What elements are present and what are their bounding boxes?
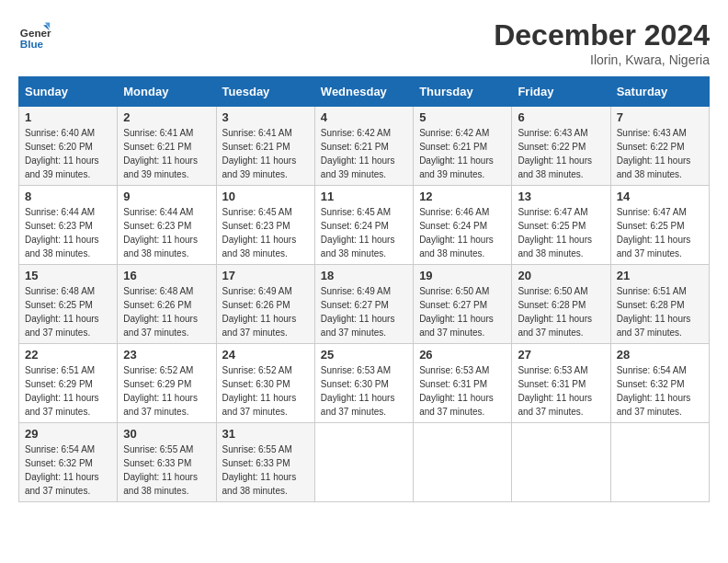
day-info: Sunrise: 6:48 AMSunset: 6:25 PMDaylight:… (25, 286, 99, 338)
calendar-week-row: 22 Sunrise: 6:51 AMSunset: 6:29 PMDaylig… (19, 344, 710, 423)
svg-text:Blue: Blue (20, 38, 44, 50)
day-number: 7 (617, 110, 703, 124)
calendar-cell: 9 Sunrise: 6:44 AMSunset: 6:23 PMDayligh… (118, 186, 216, 265)
day-number: 18 (321, 269, 407, 282)
day-info: Sunrise: 6:45 AMSunset: 6:23 PMDaylight:… (222, 207, 297, 259)
calendar-table: SundayMondayTuesdayWednesdayThursdayFrid… (18, 76, 710, 502)
calendar-cell: 13 Sunrise: 6:47 AMSunset: 6:25 PMDaylig… (512, 186, 610, 265)
day-info: Sunrise: 6:47 AMSunset: 6:25 PMDaylight:… (617, 207, 691, 259)
weekday-header-cell: Monday (118, 77, 216, 107)
day-info: Sunrise: 6:42 AMSunset: 6:21 PMDaylight:… (419, 128, 494, 179)
calendar-body: 1 Sunrise: 6:40 AMSunset: 6:20 PMDayligh… (19, 107, 710, 502)
calendar-cell: 30 Sunrise: 6:55 AMSunset: 6:33 PMDaylig… (118, 423, 216, 502)
title-block: December 2024 Ilorin, Kwara, Nigeria (494, 18, 710, 67)
day-info: Sunrise: 6:48 AMSunset: 6:26 PMDaylight:… (123, 286, 198, 338)
calendar-cell: 20 Sunrise: 6:50 AMSunset: 6:28 PMDaylig… (512, 265, 610, 344)
calendar-cell: 26 Sunrise: 6:53 AMSunset: 6:31 PMDaylig… (414, 344, 512, 423)
day-number: 5 (419, 110, 506, 124)
day-number: 24 (222, 348, 309, 362)
calendar-cell: 19 Sunrise: 6:50 AMSunset: 6:27 PMDaylig… (414, 265, 512, 344)
weekday-header-cell: Sunday (19, 77, 118, 107)
day-number: 25 (321, 348, 407, 362)
day-info: Sunrise: 6:50 AMSunset: 6:27 PMDaylight:… (419, 286, 494, 338)
day-number: 6 (518, 110, 604, 124)
calendar-cell: 14 Sunrise: 6:47 AMSunset: 6:25 PMDaylig… (610, 186, 709, 265)
day-number: 12 (419, 190, 506, 203)
day-number: 9 (123, 190, 210, 203)
calendar-cell: 12 Sunrise: 6:46 AMSunset: 6:24 PMDaylig… (414, 186, 512, 265)
day-info: Sunrise: 6:55 AMSunset: 6:33 PMDaylight:… (123, 444, 198, 496)
calendar-cell: 4 Sunrise: 6:42 AMSunset: 6:21 PMDayligh… (314, 107, 413, 186)
day-info: Sunrise: 6:55 AMSunset: 6:33 PMDaylight:… (222, 444, 297, 496)
calendar-week-row: 1 Sunrise: 6:40 AMSunset: 6:20 PMDayligh… (19, 107, 710, 186)
logo: General Blue (18, 18, 51, 52)
weekday-header-cell: Tuesday (216, 77, 314, 107)
calendar-cell: 5 Sunrise: 6:42 AMSunset: 6:21 PMDayligh… (414, 107, 512, 186)
calendar-cell: 1 Sunrise: 6:40 AMSunset: 6:20 PMDayligh… (19, 107, 118, 186)
weekday-header-cell: Friday (512, 77, 610, 107)
day-info: Sunrise: 6:46 AMSunset: 6:24 PMDaylight:… (419, 207, 494, 259)
day-number: 23 (123, 348, 210, 362)
day-number: 3 (222, 110, 309, 124)
day-number: 1 (25, 110, 111, 124)
day-number: 19 (419, 269, 506, 282)
calendar-cell: 11 Sunrise: 6:45 AMSunset: 6:24 PMDaylig… (314, 186, 413, 265)
day-number: 14 (617, 190, 703, 203)
day-info: Sunrise: 6:45 AMSunset: 6:24 PMDaylight:… (321, 207, 395, 259)
day-info: Sunrise: 6:52 AMSunset: 6:30 PMDaylight:… (222, 365, 297, 417)
day-info: Sunrise: 6:54 AMSunset: 6:32 PMDaylight:… (617, 365, 691, 417)
day-number: 21 (617, 269, 703, 282)
day-info: Sunrise: 6:50 AMSunset: 6:28 PMDaylight:… (518, 286, 592, 338)
calendar-cell: 2 Sunrise: 6:41 AMSunset: 6:21 PMDayligh… (118, 107, 216, 186)
day-info: Sunrise: 6:53 AMSunset: 6:31 PMDaylight:… (518, 365, 592, 417)
day-number: 31 (222, 427, 309, 441)
calendar-cell: 3 Sunrise: 6:41 AMSunset: 6:21 PMDayligh… (216, 107, 314, 186)
day-number: 2 (123, 110, 210, 124)
page-header: General Blue December 2024 Ilorin, Kwara… (18, 18, 710, 67)
day-number: 27 (518, 348, 604, 362)
day-number: 16 (123, 269, 210, 282)
calendar-cell: 28 Sunrise: 6:54 AMSunset: 6:32 PMDaylig… (610, 344, 709, 423)
day-info: Sunrise: 6:53 AMSunset: 6:31 PMDaylight:… (419, 365, 494, 417)
calendar-cell: 17 Sunrise: 6:49 AMSunset: 6:26 PMDaylig… (216, 265, 314, 344)
calendar-cell: 29 Sunrise: 6:54 AMSunset: 6:32 PMDaylig… (19, 423, 118, 502)
calendar-week-row: 29 Sunrise: 6:54 AMSunset: 6:32 PMDaylig… (19, 423, 710, 502)
calendar-cell (512, 423, 610, 502)
calendar-cell: 22 Sunrise: 6:51 AMSunset: 6:29 PMDaylig… (19, 344, 118, 423)
day-number: 20 (518, 269, 604, 282)
weekday-header-row: SundayMondayTuesdayWednesdayThursdayFrid… (19, 77, 710, 107)
calendar-cell: 24 Sunrise: 6:52 AMSunset: 6:30 PMDaylig… (216, 344, 314, 423)
day-number: 11 (321, 190, 407, 203)
day-number: 17 (222, 269, 309, 282)
day-number: 13 (518, 190, 604, 203)
day-info: Sunrise: 6:49 AMSunset: 6:26 PMDaylight:… (222, 286, 297, 338)
day-info: Sunrise: 6:53 AMSunset: 6:30 PMDaylight:… (321, 365, 395, 417)
calendar-cell (414, 423, 512, 502)
day-info: Sunrise: 6:51 AMSunset: 6:29 PMDaylight:… (25, 365, 99, 417)
logo-icon: General Blue (18, 18, 51, 52)
day-number: 10 (222, 190, 309, 203)
calendar-cell: 16 Sunrise: 6:48 AMSunset: 6:26 PMDaylig… (118, 265, 216, 344)
day-number: 15 (25, 269, 111, 282)
calendar-cell: 7 Sunrise: 6:43 AMSunset: 6:22 PMDayligh… (610, 107, 709, 186)
calendar-cell: 25 Sunrise: 6:53 AMSunset: 6:30 PMDaylig… (314, 344, 413, 423)
day-info: Sunrise: 6:49 AMSunset: 6:27 PMDaylight:… (321, 286, 395, 338)
calendar-cell: 31 Sunrise: 6:55 AMSunset: 6:33 PMDaylig… (216, 423, 314, 502)
day-info: Sunrise: 6:42 AMSunset: 6:21 PMDaylight:… (321, 128, 395, 179)
calendar-cell: 10 Sunrise: 6:45 AMSunset: 6:23 PMDaylig… (216, 186, 314, 265)
day-number: 28 (617, 348, 703, 362)
calendar-cell: 23 Sunrise: 6:52 AMSunset: 6:29 PMDaylig… (118, 344, 216, 423)
day-info: Sunrise: 6:47 AMSunset: 6:25 PMDaylight:… (518, 207, 592, 259)
day-info: Sunrise: 6:51 AMSunset: 6:28 PMDaylight:… (617, 286, 691, 338)
day-number: 22 (25, 348, 111, 362)
calendar-cell (314, 423, 413, 502)
weekday-header-cell: Saturday (610, 77, 709, 107)
day-info: Sunrise: 6:41 AMSunset: 6:21 PMDaylight:… (222, 128, 297, 179)
day-info: Sunrise: 6:52 AMSunset: 6:29 PMDaylight:… (123, 365, 198, 417)
day-number: 29 (25, 427, 111, 441)
day-info: Sunrise: 6:40 AMSunset: 6:20 PMDaylight:… (25, 128, 99, 179)
day-info: Sunrise: 6:41 AMSunset: 6:21 PMDaylight:… (123, 128, 198, 179)
calendar-week-row: 15 Sunrise: 6:48 AMSunset: 6:25 PMDaylig… (19, 265, 710, 344)
day-number: 26 (419, 348, 506, 362)
weekday-header-cell: Wednesday (314, 77, 413, 107)
